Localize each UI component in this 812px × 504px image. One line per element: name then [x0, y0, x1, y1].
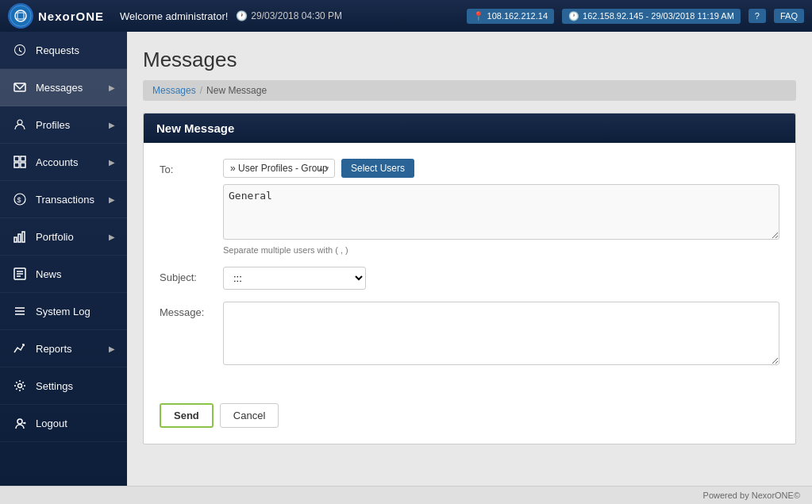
transactions-arrow-icon: ▶ — [109, 195, 115, 204]
accounts-arrow-icon: ▶ — [109, 158, 115, 167]
faq-button[interactable]: FAQ — [774, 9, 804, 23]
select-users-button[interactable]: Select Users — [341, 159, 414, 178]
messages-arrow-icon: ▶ — [109, 83, 115, 92]
svg-rect-6 — [21, 156, 25, 161]
svg-rect-5 — [14, 156, 19, 161]
history-icon: 🕐 — [568, 11, 579, 21]
sidebar-item-portfolio[interactable]: Portfolio ▶ — [0, 218, 127, 256]
message-row: Message: — [160, 302, 779, 367]
sidebar-item-accounts[interactable]: Accounts ▶ — [0, 144, 127, 181]
svg-point-0 — [10, 6, 31, 26]
messages-icon — [12, 79, 28, 95]
hint-text: Separate multiple users with ( , ) — [223, 245, 779, 255]
breadcrumb: Messages / New Message — [143, 80, 796, 101]
svg-rect-7 — [14, 163, 19, 167]
send-button[interactable]: Send — [160, 403, 214, 428]
sidebar-item-messages[interactable]: Messages ▶ — [0, 69, 127, 106]
logo-text: NexorONE — [38, 10, 104, 23]
subject-select[interactable]: ::: — [223, 267, 366, 290]
header-time: 🕐 29/03/2018 04:30 PM — [236, 10, 342, 21]
sidebar-item-reports[interactable]: Reports ▶ — [0, 330, 127, 367]
news-icon — [12, 266, 28, 282]
help-button[interactable]: ? — [749, 9, 766, 23]
svg-text:$: $ — [17, 196, 21, 204]
sidebar-item-system-log-label: System Log — [36, 306, 115, 317]
breadcrumb-separator: / — [200, 85, 202, 96]
message-textarea[interactable] — [223, 302, 779, 365]
sidebar-item-logout[interactable]: Logout — [0, 405, 127, 442]
svg-point-4 — [17, 120, 22, 125]
logout-icon — [12, 415, 28, 431]
subject-row: Subject: ::: — [160, 267, 779, 290]
cancel-button[interactable]: Cancel — [220, 403, 279, 428]
sidebar-item-messages-label: Messages — [36, 82, 101, 94]
svg-point-22 — [17, 419, 22, 424]
sidebar-item-news[interactable]: News — [0, 256, 127, 293]
sidebar-item-portfolio-label: Portfolio — [36, 231, 101, 243]
sidebar-item-news-label: News — [36, 268, 115, 280]
accounts-icon — [12, 154, 28, 170]
sidebar-item-logout-label: Logout — [36, 417, 115, 429]
profiles-arrow-icon: ▶ — [109, 121, 115, 129]
welcome-text: Welcome administrator! — [120, 10, 228, 22]
sidebar-item-accounts-label: Accounts — [36, 156, 101, 168]
footer-text: Powered by NexorONE© — [703, 491, 800, 500]
svg-point-21 — [18, 384, 22, 388]
breadcrumb-current: New Message — [206, 85, 267, 96]
message-control-wrap — [223, 302, 779, 367]
form-actions: Send Cancel — [144, 395, 795, 444]
form-card-header: New Message — [144, 113, 795, 143]
requests-icon — [12, 42, 28, 58]
svg-line-25 — [25, 423, 25, 424]
sidebar-item-requests[interactable]: Requests — [0, 32, 127, 69]
main-layout: Requests Messages ▶ Profiles ▶ Accounts … — [0, 32, 812, 486]
subject-label: Subject: — [160, 267, 223, 283]
location-icon: 📍 — [473, 11, 484, 21]
svg-rect-8 — [21, 163, 25, 167]
header: NexorONE Welcome administrator! 🕐 29/03/… — [0, 0, 812, 32]
sidebar: Requests Messages ▶ Profiles ▶ Accounts … — [0, 32, 127, 486]
logo-icon — [8, 3, 33, 29]
to-row: To: » User Profiles - Group Select Users… — [160, 159, 779, 255]
to-textarea[interactable]: General — [223, 184, 779, 240]
sidebar-item-system-log[interactable]: System Log — [0, 293, 127, 330]
portfolio-arrow-icon: ▶ — [109, 233, 115, 241]
reports-arrow-icon: ▶ — [109, 344, 115, 353]
to-label: To: — [160, 159, 223, 175]
breadcrumb-parent[interactable]: Messages — [152, 85, 196, 96]
footer: Powered by NexorONE© — [0, 486, 812, 504]
logo: NexorONE — [8, 3, 104, 29]
group-select-wrap: » User Profiles - Group — [223, 159, 335, 178]
subject-control-wrap: ::: — [223, 267, 779, 290]
svg-rect-12 — [18, 234, 21, 242]
session-badge: 🕐 162.158.92.145 - 29/03/2018 11:19 AM — [562, 9, 741, 24]
profiles-icon — [12, 117, 28, 133]
portfolio-icon — [12, 229, 28, 244]
transactions-icon: $ — [12, 191, 28, 207]
new-message-card: New Message To: » User Profiles - Group — [143, 113, 796, 444]
sidebar-item-transactions[interactable]: $ Transactions ▶ — [0, 181, 127, 218]
sidebar-item-settings[interactable]: Settings — [0, 367, 127, 405]
sidebar-item-profiles[interactable]: Profiles ▶ — [0, 106, 127, 144]
group-select[interactable]: » User Profiles - Group — [223, 159, 335, 178]
reports-icon — [12, 340, 28, 356]
settings-icon — [12, 378, 28, 394]
svg-rect-11 — [14, 237, 17, 242]
clock-icon: 🕐 — [236, 10, 248, 21]
sidebar-item-profiles-label: Profiles — [36, 119, 101, 131]
sidebar-item-requests-label: Requests — [36, 44, 115, 56]
to-control-wrap: » User Profiles - Group Select Users Gen… — [223, 159, 779, 255]
sidebar-item-transactions-label: Transactions — [36, 194, 101, 206]
form-card-body: To: » User Profiles - Group Select Users… — [144, 143, 795, 395]
content-area: Messages Messages / New Message New Mess… — [127, 32, 812, 486]
sidebar-item-reports-label: Reports — [36, 343, 101, 355]
sidebar-item-settings-label: Settings — [36, 380, 115, 392]
svg-rect-13 — [22, 232, 25, 242]
ip-badge: 📍 108.162.212.14 — [467, 9, 554, 24]
system-log-icon — [12, 303, 28, 319]
to-controls: » User Profiles - Group Select Users — [223, 159, 779, 178]
message-label: Message: — [160, 302, 223, 318]
page-title: Messages — [143, 48, 796, 72]
